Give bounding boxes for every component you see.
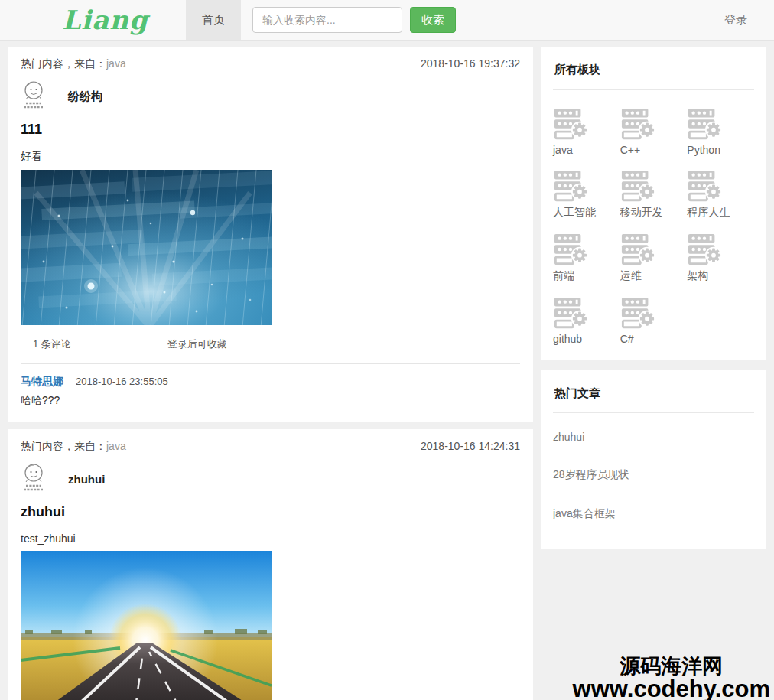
posts-column: 热门内容，来自：java 2018-10-16 19:37:32 纷纷枸 111… [8,47,533,700]
search-box: 收索 [252,7,456,33]
post-board-name[interactable]: java [106,440,126,452]
board-item-github[interactable]: github [553,295,620,345]
post-card: 热门内容，来自：java 2018-10-16 14:24:31 zhuhui … [8,429,533,700]
comments-count: 1 条评论 [33,337,71,351]
comment-author-link[interactable]: 马特思娜 [21,375,63,389]
board-item-ai[interactable]: 人工智能 [553,168,620,220]
post-footer: 1 条评论 登录后可收藏 [21,337,520,351]
nav-tab-home[interactable]: 首页 [186,0,241,40]
post-title[interactable]: 111 [21,122,520,138]
server-gear-icon [553,232,588,267]
article-link[interactable]: java集合框架 [553,494,754,533]
hot-articles-panel: 热门文章 zhuhui 28岁程序员现状 java集合框架 [541,370,766,549]
board-item-frontend[interactable]: 前端 [553,232,620,283]
post-source-label: 热门内容，来自： [21,440,106,452]
board-item-python[interactable]: Python [687,106,754,156]
boards-grid: java C++ Python 人工智能 移动开发 [553,90,754,345]
comment-header: 马特思娜 2018-10-16 23:55:05 [21,375,520,389]
comment-divider [21,363,520,364]
server-gear-icon [553,106,588,142]
server-gear-icon [620,232,655,267]
post-card: 热门内容，来自：java 2018-10-16 19:37:32 纷纷枸 111… [8,47,533,422]
board-item-csharp[interactable]: C# [620,295,688,345]
user-avatar-icon[interactable] [21,463,47,495]
server-gear-icon [553,295,588,330]
post-meta: 热门内容，来自：java 2018-10-16 19:37:32 [21,57,520,71]
post-timestamp: 2018-10-16 14:24:31 [421,440,520,454]
post-source-label: 热门内容，来自： [21,57,106,70]
search-button[interactable]: 收索 [410,7,456,33]
post-author-name[interactable]: 纷纷枸 [68,90,102,104]
post-image-highway[interactable] [21,551,272,700]
post-author-row: 纷纷枸 [21,80,520,112]
board-item-cpp[interactable]: C++ [620,106,688,156]
post-meta: 热门内容，来自：java 2018-10-16 14:24:31 [21,440,520,454]
board-item-java[interactable]: java [553,106,620,156]
server-gear-icon [687,168,722,203]
comment-timestamp: 2018-10-16 23:55:05 [76,376,168,387]
board-item-ops[interactable]: 运维 [620,232,688,283]
boards-panel-title: 所有板块 [553,57,754,89]
server-gear-icon [553,168,588,203]
server-gear-icon [620,168,655,203]
comment-text: 哈哈??? [21,394,520,408]
top-navbar: Liang 首页 收索 登录 [0,0,774,41]
sidebar: 所有板块 java C++ Python 人工智能 [541,47,766,549]
login-link[interactable]: 登录 [724,13,747,28]
post-author-row: zhuhui [21,463,520,495]
post-source: 热门内容，来自：java [21,440,126,454]
server-gear-icon [687,106,722,142]
user-avatar-icon[interactable] [21,80,47,112]
board-item-career[interactable]: 程序人生 [687,168,754,220]
article-link[interactable]: 28岁程序员现状 [553,455,754,494]
board-item-mobile[interactable]: 移动开发 [620,168,688,220]
comment-item: 马特思娜 2018-10-16 23:55:05 哈哈??? [21,375,520,408]
search-input[interactable] [252,7,402,33]
favorite-hint[interactable]: 登录后可收藏 [167,337,227,351]
server-gear-icon [620,106,655,142]
hot-articles-list: zhuhui 28岁程序员现状 java集合框架 [553,413,754,533]
site-logo[interactable]: Liang [27,5,184,35]
post-author-name[interactable]: zhuhui [68,473,105,486]
post-body-text: test_zhuhui [21,532,520,545]
server-gear-icon [687,232,722,267]
post-timestamp: 2018-10-16 19:37:32 [421,57,520,71]
article-link[interactable]: zhuhui [553,418,754,455]
post-image-tech[interactable] [21,170,272,325]
boards-panel: 所有板块 java C++ Python 人工智能 [541,47,766,360]
page-body: 热门内容，来自：java 2018-10-16 19:37:32 纷纷枸 111… [0,41,774,700]
post-title[interactable]: zhuhui [21,504,520,520]
post-source: 热门内容，来自：java [21,57,126,71]
server-gear-icon [620,295,655,330]
board-item-architecture[interactable]: 架构 [687,232,754,283]
hot-articles-title: 热门文章 [553,381,754,412]
post-body-text: 好看 [21,150,520,164]
post-board-name[interactable]: java [106,57,126,70]
